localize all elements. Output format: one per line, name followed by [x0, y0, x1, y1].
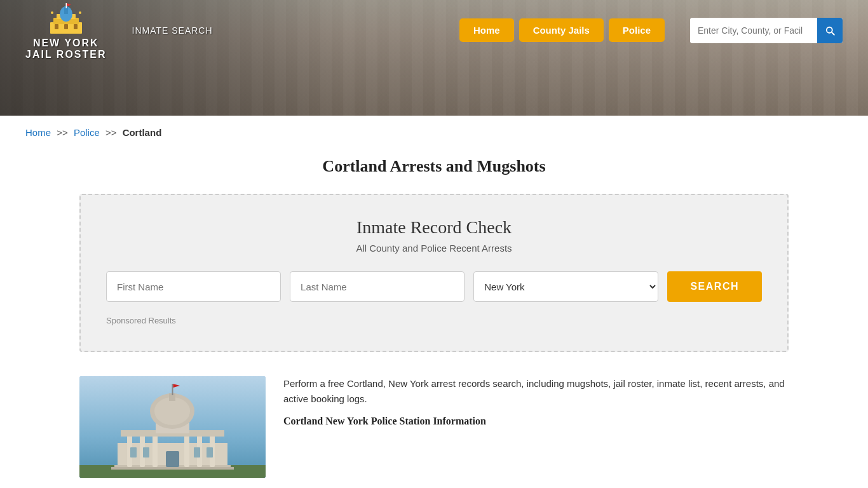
first-name-input[interactable]	[106, 271, 281, 302]
bottom-subheading: Cortland New York Police Station Informa…	[283, 416, 789, 427]
inmate-search-panel: Inmate Record Check All County and Polic…	[79, 194, 789, 352]
nav-police-button[interactable]: Police	[609, 18, 665, 42]
page-title-area: Cortland Arrests and Mugshots	[0, 144, 868, 182]
header-search-button[interactable]	[817, 18, 843, 43]
bottom-image	[79, 376, 266, 478]
svg-rect-9	[74, 24, 78, 29]
nav-home-button[interactable]: Home	[459, 18, 514, 42]
header-search-bar	[690, 18, 843, 43]
svg-point-11	[79, 11, 81, 14]
logo-text-line1: NEW YORK	[33, 37, 99, 49]
svg-rect-28	[172, 384, 173, 395]
state-select[interactable]: AlabamaAlaskaArizonaArkansasCaliforniaCo…	[473, 271, 658, 302]
svg-rect-31	[143, 447, 149, 458]
site-header: NEW YORK JAIL ROSTER INMATE SEARCH Home …	[0, 0, 868, 116]
svg-rect-5	[65, 3, 67, 8]
svg-point-10	[51, 11, 53, 14]
main-nav: Home County Jails Police	[459, 18, 665, 42]
svg-rect-33	[207, 447, 213, 458]
breadcrumb: Home >> Police >> Cortland	[0, 116, 868, 144]
breadcrumb-home-link[interactable]: Home	[25, 127, 51, 138]
page-title: Cortland Arrests and Mugshots	[25, 157, 843, 176]
breadcrumb-police-link[interactable]: Police	[74, 127, 100, 138]
breadcrumb-sep-1: >>	[57, 127, 68, 138]
inmate-search-label: INMATE SEARCH	[132, 25, 213, 36]
search-fields: AlabamaAlaskaArizonaArkansasCaliforniaCo…	[106, 271, 762, 302]
search-icon	[824, 25, 836, 36]
breadcrumb-sep-2: >>	[105, 127, 117, 138]
svg-rect-19	[153, 433, 158, 467]
svg-rect-34	[166, 451, 179, 467]
bottom-description: Perform a free Cortland, New York arrest…	[283, 376, 789, 407]
svg-rect-32	[194, 447, 200, 458]
svg-rect-16	[111, 467, 234, 470]
search-panel-subtitle: All County and Police Recent Arrests	[106, 243, 762, 254]
svg-marker-6	[67, 3, 71, 6]
bottom-content: Perform a free Cortland, New York arrest…	[0, 363, 868, 488]
sponsored-results-label: Sponsored Results	[106, 316, 762, 325]
logo-icon	[47, 0, 85, 35]
search-panel-title: Inmate Record Check	[106, 217, 762, 238]
site-logo[interactable]: NEW YORK JAIL ROSTER	[25, 0, 107, 60]
capitol-building-image	[79, 376, 266, 478]
svg-rect-7	[55, 24, 58, 29]
bottom-text-area: Perform a free Cortland, New York arrest…	[283, 376, 789, 427]
nav-county-jails-button[interactable]: County Jails	[519, 18, 604, 42]
breadcrumb-current: Cortland	[123, 127, 162, 138]
search-submit-button[interactable]: SEARCH	[667, 271, 762, 302]
svg-rect-20	[184, 433, 189, 467]
svg-point-26	[154, 397, 190, 425]
svg-rect-8	[64, 24, 68, 29]
svg-rect-30	[130, 447, 137, 458]
last-name-input[interactable]	[290, 271, 465, 302]
header-search-input[interactable]	[690, 18, 817, 43]
logo-text-line2: JAIL ROSTER	[25, 49, 107, 60]
